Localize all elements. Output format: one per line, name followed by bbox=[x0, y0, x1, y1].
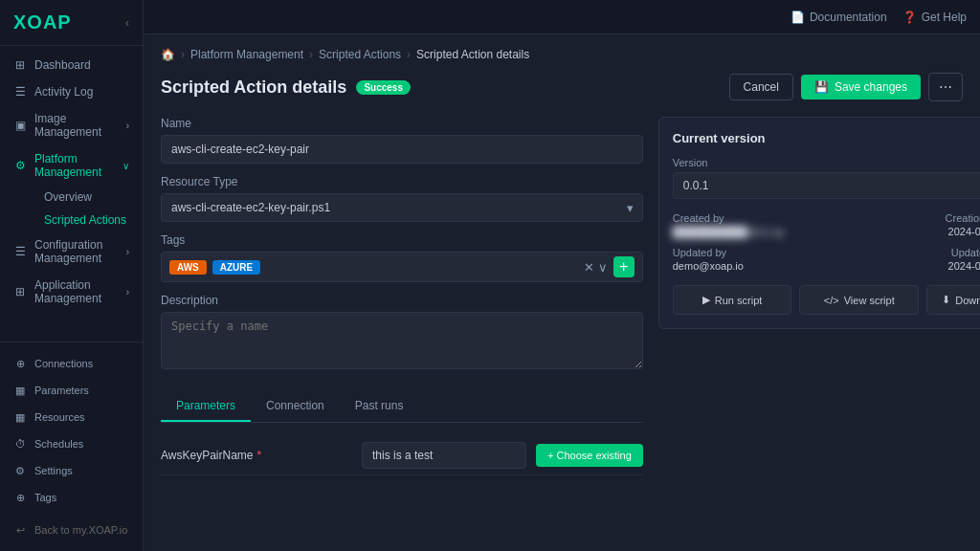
activity-log-icon: ☰ bbox=[13, 85, 27, 99]
sidebar: XOAP ‹ ⊞ Dashboard ☰ Activity Log ▣ Imag… bbox=[0, 0, 144, 551]
page-title: Scripted Action details bbox=[161, 77, 346, 98]
platform-management-icon: ⚙ bbox=[13, 159, 27, 172]
tab-parameters[interactable]: Parameters bbox=[161, 391, 251, 422]
sidebar-item-overview[interactable]: Overview bbox=[34, 186, 143, 209]
breadcrumb-current: Scripted Action details bbox=[416, 48, 529, 61]
panel-title: Current version bbox=[673, 131, 766, 145]
tags-chevron-icon[interactable]: ∨ bbox=[598, 260, 608, 275]
tags-input-row: AWS AZURE ✕ ∨ + bbox=[161, 252, 643, 282]
sidebar-item-application-management[interactable]: ⊞ Application Management › bbox=[0, 272, 143, 312]
parameters-content: AwsKeyPairName * + Choose existing bbox=[161, 436, 643, 475]
sidebar-sub-platform: Overview Scripted Actions bbox=[0, 186, 143, 231]
creation-time-label: Creation Time & Date bbox=[862, 212, 980, 224]
app-management-icon: ⊞ bbox=[13, 285, 27, 298]
sidebar-item-label: Resources bbox=[34, 411, 85, 423]
choose-existing-button[interactable]: + Choose existing bbox=[536, 444, 643, 467]
param-value-input[interactable] bbox=[362, 442, 526, 469]
sidebar-item-image-management[interactable]: ▣ Image Management › bbox=[0, 105, 143, 145]
config-management-icon: ☰ bbox=[13, 245, 27, 258]
updated-by-label: Updated by bbox=[673, 247, 857, 258]
tabs-row: Parameters Connection Past runs bbox=[161, 391, 643, 423]
back-to-xoap[interactable]: ↩ Back to my.XOAP.io bbox=[0, 517, 143, 543]
description-label: Description bbox=[161, 294, 643, 307]
sidebar-item-dashboard[interactable]: ⊞ Dashboard bbox=[0, 52, 143, 78]
sidebar-item-label: Schedules bbox=[34, 438, 83, 450]
created-by-item: Created by ██████████@ris.ag bbox=[673, 212, 857, 237]
update-time-label: Update Time & Date bbox=[862, 247, 980, 258]
save-changes-button[interactable]: 💾 Save changes bbox=[801, 75, 921, 99]
tag-aws[interactable]: AWS bbox=[169, 260, 207, 275]
sidebar-item-label: Parameters bbox=[34, 385, 89, 396]
sidebar-item-platform-management[interactable]: ⚙ Platform Management ∨ bbox=[0, 145, 143, 186]
name-field-group: Name bbox=[161, 117, 643, 164]
current-version-panel: Current version View all → Version 0.0.1… bbox=[658, 117, 980, 329]
sidebar-item-connections[interactable]: ⊕ Connections bbox=[0, 350, 143, 377]
run-script-icon: ▶ bbox=[702, 294, 710, 306]
sidebar-item-resources[interactable]: ▦ Resources bbox=[0, 404, 143, 430]
run-script-button[interactable]: ▶ Run script bbox=[673, 285, 792, 315]
back-label: Back to my.XOAP.io bbox=[34, 524, 127, 536]
topbar: 📄 Documentation ❓ Get Help bbox=[144, 0, 980, 34]
breadcrumb-home[interactable]: 🏠 bbox=[161, 48, 175, 61]
view-script-label: View script bbox=[844, 295, 895, 306]
sidebar-item-label: Connections bbox=[34, 358, 93, 369]
version-select[interactable]: 0.0.1 ∨ bbox=[673, 172, 980, 199]
sidebar-collapse-button[interactable]: ‹ bbox=[125, 16, 129, 30]
creation-time-item: Creation Time & Date 2024-08-22 11:17:33 bbox=[862, 212, 980, 237]
name-input[interactable] bbox=[161, 135, 643, 164]
sidebar-item-tags[interactable]: ⊕ Tags bbox=[0, 484, 143, 511]
sidebar-item-label: Scripted Actions bbox=[44, 213, 126, 227]
page-title-row: Scripted Action details Success bbox=[161, 77, 411, 98]
sidebar-item-parameters[interactable]: ▦ Parameters bbox=[0, 377, 143, 404]
more-options-button[interactable]: ⋯ bbox=[928, 73, 963, 101]
chevron-right-icon: › bbox=[126, 247, 129, 257]
sidebar-bottom: ⊕ Connections ▦ Parameters ▦ Resources ⏱… bbox=[0, 342, 143, 551]
resource-type-select[interactable]: aws-cli-create-ec2-key-pair.ps1 bbox=[161, 193, 643, 222]
breadcrumb-scripted-actions[interactable]: Scripted Actions bbox=[319, 48, 401, 61]
description-textarea[interactable] bbox=[161, 312, 643, 369]
meta-grid: Created by ██████████@ris.ag Creation Ti… bbox=[673, 212, 980, 272]
cancel-button[interactable]: Cancel bbox=[729, 74, 793, 100]
get-help-link[interactable]: ❓ Get Help bbox=[902, 11, 967, 24]
tags-add-button[interactable]: + bbox=[613, 256, 635, 277]
download-script-label: Download script bbox=[955, 295, 980, 306]
sidebar-item-label: Configuration Management bbox=[34, 238, 119, 265]
sidebar-item-label: Overview bbox=[44, 190, 92, 204]
download-script-icon: ⬇ bbox=[942, 294, 950, 306]
param-name-label: AwsKeyPairName bbox=[161, 449, 253, 462]
sidebar-item-label: Application Management bbox=[34, 278, 119, 305]
resource-type-field-group: Resource Type aws-cli-create-ec2-key-pai… bbox=[161, 175, 643, 222]
required-indicator: * bbox=[256, 449, 261, 462]
sidebar-item-settings[interactable]: ⚙ Settings bbox=[0, 457, 143, 484]
description-field-group: Description bbox=[161, 294, 643, 372]
page-header: Scripted Action details Success Cancel 💾… bbox=[161, 73, 963, 101]
documentation-link[interactable]: 📄 Documentation bbox=[791, 11, 887, 24]
sidebar-item-schedules[interactable]: ⏱ Schedules bbox=[0, 430, 143, 457]
breadcrumb-platform-management[interactable]: Platform Management bbox=[190, 48, 303, 61]
updated-by-item: Updated by demo@xoap.io bbox=[673, 247, 857, 272]
updated-by-value: demo@xoap.io bbox=[673, 260, 857, 272]
tags-clear-icon[interactable]: ✕ bbox=[584, 260, 594, 275]
sidebar-item-label: Tags bbox=[34, 492, 56, 503]
documentation-label: Documentation bbox=[810, 11, 887, 24]
tab-connection[interactable]: Connection bbox=[251, 391, 340, 422]
sidebar-item-configuration-management[interactable]: ☰ Configuration Management › bbox=[0, 231, 143, 272]
tags-label: Tags bbox=[161, 233, 643, 247]
created-by-label: Created by bbox=[673, 212, 857, 224]
sidebar-item-label: Dashboard bbox=[34, 58, 91, 72]
settings-icon: ⚙ bbox=[13, 464, 27, 477]
update-time-value: 2024-09-09 11:03:55 bbox=[862, 260, 980, 272]
tab-past-runs[interactable]: Past runs bbox=[340, 391, 419, 422]
sidebar-item-label: Image Management bbox=[34, 112, 119, 139]
sidebar-item-label: Settings bbox=[34, 465, 73, 476]
left-column: Name Resource Type aws-cli-create-ec2-ke… bbox=[161, 117, 643, 475]
sidebar-item-scripted-actions[interactable]: Scripted Actions bbox=[34, 209, 143, 231]
header-actions: Cancel 💾 Save changes ⋯ bbox=[729, 73, 963, 101]
form-layout: Name Resource Type aws-cli-create-ec2-ke… bbox=[161, 117, 963, 475]
sidebar-item-label: Platform Management bbox=[34, 152, 115, 179]
tag-azure[interactable]: AZURE bbox=[212, 260, 260, 275]
sidebar-item-activity-log[interactable]: ☰ Activity Log bbox=[0, 78, 143, 105]
image-management-icon: ▣ bbox=[13, 119, 27, 132]
view-script-button[interactable]: </> View script bbox=[799, 285, 919, 315]
download-script-button[interactable]: ⬇ Download script bbox=[926, 285, 980, 315]
